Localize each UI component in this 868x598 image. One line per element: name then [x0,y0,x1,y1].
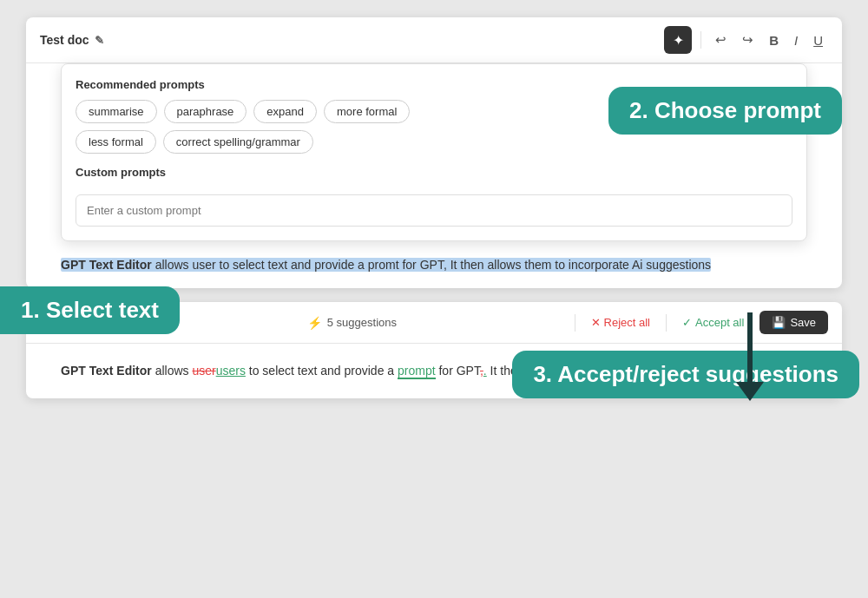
doc-title: Test doc ✎ [40,33,654,47]
choose-prompt-bubble: 2. Choose prompt [608,87,842,135]
bottom-part3: for GPT [436,364,480,378]
chip-more-formal[interactable]: more formal [324,100,410,123]
chip-summarise[interactable]: summarise [76,100,157,123]
custom-prompts-title: Custom prompts [76,166,792,179]
suggestions-badge: ⚡ 5 suggestions [307,316,566,330]
chip-expand[interactable]: expand [253,100,317,123]
doc-edit-icon: ✎ [95,34,104,47]
accept-reject-label: 3. Accept/reject suggestions [533,361,838,387]
chip-correct-spelling[interactable]: correct spelling/grammar [163,130,313,154]
arrow-head [736,382,764,401]
down-arrow [736,312,764,401]
chip-less-formal[interactable]: less formal [76,130,156,154]
top-text-area: GPT Text Editor allows user to select te… [26,241,842,288]
added-users: users [216,364,246,378]
underline-button[interactable]: U [808,30,828,51]
top-editor-panel: Test doc ✎ ✦ ↩ ↪ B I U Recommended promp… [26,17,842,288]
text-rest: allows user to select text and provide a… [152,258,711,272]
save-icon: 💾 [772,316,786,329]
redo-button[interactable]: ↪ [737,29,759,51]
bottom-bold-text: GPT Text Editor [61,364,152,378]
arrow-shaft [747,312,753,382]
toolbar-separator [700,31,701,49]
save-button[interactable]: 💾 Save [760,311,828,334]
reject-x-icon: ✕ [591,316,601,329]
italic-button[interactable]: I [789,30,803,51]
toolbar-actions: ✦ ↩ ↪ B I U [664,26,828,54]
top-toolbar: Test doc ✎ ✦ ↩ ↪ B I U [26,17,842,63]
bottom-part1: allows [152,364,193,378]
toolbar-divider1 [575,314,575,332]
deleted-user: user [192,364,215,378]
selected-text: GPT Text Editor allows user to select te… [61,258,711,272]
bold-text: GPT Text Editor [61,258,152,272]
toolbar-divider2 [666,314,667,332]
suggestions-count: 5 suggestions [327,316,397,329]
accept-check-icon: ✓ [682,316,692,329]
save-label: Save [790,316,816,329]
accept-reject-bubble: 3. Accept/reject suggestions [512,351,859,398]
bottom-part2: to select text and provide a [246,364,398,378]
changed-prompt: prompt [398,364,436,379]
choose-prompt-label: 2. Choose prompt [629,97,821,123]
custom-prompt-input[interactable] [76,194,792,227]
doc-title-text: Test doc [40,33,89,47]
ai-button[interactable]: ✦ [664,26,692,54]
bold-button[interactable]: B [764,30,784,51]
chip-paraphrase[interactable]: paraphrase [164,100,247,123]
select-text-bubble: 1. Select text [0,286,180,334]
reject-label: Reject all [604,316,650,329]
select-text-label: 1. Select text [21,297,159,323]
reject-all-button[interactable]: ✕ Reject all [584,312,657,332]
suggestions-icon: ⚡ [307,316,322,330]
undo-button[interactable]: ↩ [710,29,732,51]
custom-prompts-section: Custom prompts [76,166,792,227]
